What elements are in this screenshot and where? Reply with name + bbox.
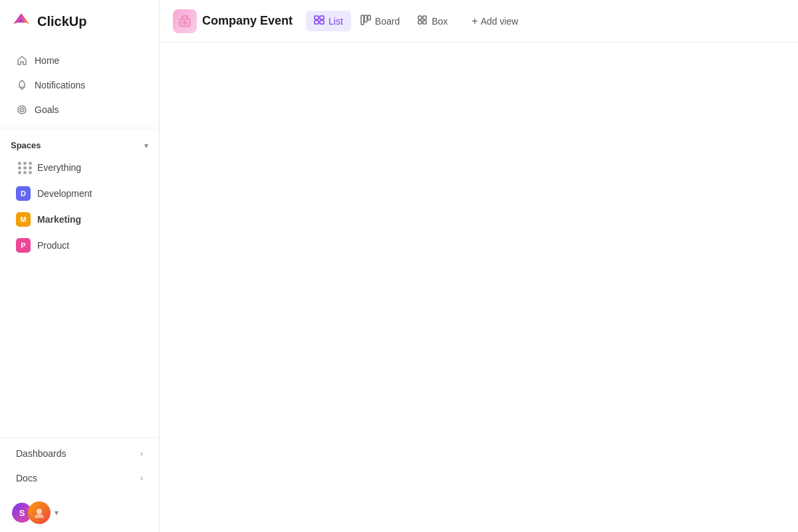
spaces-section: Spaces ▾ Everything D Development M Mark…	[0, 128, 159, 438]
sidebar-item-dashboards[interactable]: Dashboards ›	[5, 442, 154, 466]
sidebar-item-everything[interactable]: Everything	[5, 155, 154, 180]
sidebar-item-product-label: Product	[37, 240, 69, 251]
marketing-avatar: M	[16, 212, 31, 227]
footer-chevron-down-icon: ▾	[55, 508, 59, 517]
spaces-header[interactable]: Spaces ▾	[0, 136, 159, 154]
svg-rect-15	[423, 16, 426, 19]
spaces-chevron-down-icon: ▾	[144, 141, 148, 150]
bell-icon	[16, 79, 28, 91]
svg-rect-17	[423, 21, 426, 24]
bottom-section: Dashboards › Docs ›	[0, 438, 159, 493]
view-tab-list-label: List	[329, 16, 343, 27]
home-icon	[16, 55, 28, 66]
svg-rect-10	[320, 21, 324, 24]
svg-rect-9	[315, 21, 319, 24]
workspace-content	[160, 43, 798, 532]
sidebar-item-marketing-label: Marketing	[37, 214, 81, 225]
view-tab-board-label: Board	[375, 16, 400, 27]
view-tab-board[interactable]: Board	[352, 11, 408, 31]
sidebar-item-docs[interactable]: Docs ›	[5, 466, 154, 490]
clickup-logo-icon	[11, 11, 32, 32]
svg-rect-8	[320, 16, 324, 19]
project-icon	[173, 9, 197, 33]
docs-label: Docs	[16, 473, 37, 483]
view-tab-box-label: Box	[432, 16, 448, 27]
add-view-button[interactable]: + Add view	[464, 11, 526, 31]
product-avatar: P	[16, 238, 31, 253]
sidebar-item-development-label: Development	[37, 188, 92, 199]
sidebar-item-home-label: Home	[35, 55, 59, 66]
main-content: Company Event List	[160, 0, 798, 532]
view-tabs: List Board	[306, 11, 456, 31]
svg-rect-16	[418, 21, 422, 24]
view-tab-box[interactable]: Box	[409, 11, 456, 31]
dashboards-chevron-right-icon: ›	[140, 449, 143, 458]
box-icon	[417, 15, 428, 27]
sidebar-item-goals-label: Goals	[35, 104, 59, 115]
avatar-group: S	[11, 501, 51, 524]
logo-text: ClickUp	[37, 14, 86, 29]
docs-chevron-right-icon: ›	[140, 473, 143, 483]
everything-dots-icon	[16, 160, 31, 175]
svg-rect-14	[418, 16, 422, 19]
svg-rect-7	[315, 16, 319, 19]
svg-rect-12	[364, 15, 367, 22]
sidebar-footer[interactable]: S ▾	[0, 493, 159, 532]
sidebar-item-everything-label: Everything	[37, 162, 81, 173]
logo[interactable]: ClickUp	[0, 0, 159, 43]
sidebar-navigation: Home Notifications Goals	[0, 43, 159, 128]
avatar-photo	[28, 501, 51, 524]
svg-rect-11	[361, 15, 364, 25]
list-icon	[314, 15, 325, 27]
sidebar-item-notifications-label: Notifications	[35, 80, 85, 90]
project-title: Company Event	[202, 14, 293, 28]
svg-rect-13	[368, 15, 370, 20]
sidebar-item-notifications[interactable]: Notifications	[5, 73, 154, 97]
development-avatar: D	[16, 186, 31, 201]
plus-icon: +	[471, 15, 477, 27]
spaces-title: Spaces	[11, 140, 41, 150]
svg-point-2	[21, 109, 23, 110]
add-view-label: Add view	[481, 16, 519, 27]
sidebar-item-marketing[interactable]: M Marketing	[5, 207, 154, 232]
dashboards-label: Dashboards	[16, 448, 66, 459]
board-icon	[360, 15, 371, 27]
topbar: Company Event List	[160, 0, 798, 43]
svg-point-3	[37, 509, 42, 514]
sidebar-item-home[interactable]: Home	[5, 49, 154, 72]
sidebar: ClickUp Home Notifications	[0, 0, 160, 532]
view-tab-list[interactable]: List	[306, 11, 351, 31]
sidebar-item-development[interactable]: D Development	[5, 181, 154, 206]
target-icon	[16, 104, 28, 116]
sidebar-item-product[interactable]: P Product	[5, 233, 154, 258]
sidebar-item-goals[interactable]: Goals	[5, 98, 154, 122]
